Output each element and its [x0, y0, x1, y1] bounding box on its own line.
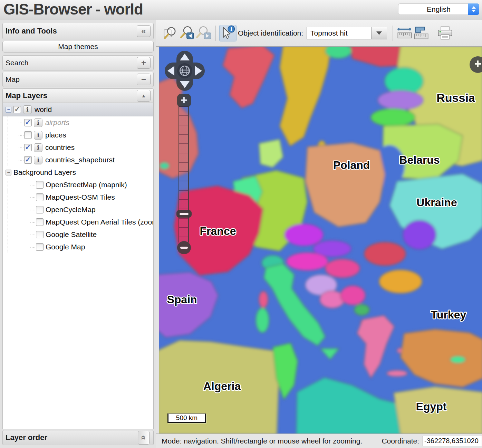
scale-bar-label: 500 km: [176, 414, 197, 422]
language-stepper-icon[interactable]: [468, 3, 479, 15]
layer-row-google-satellite[interactable]: Google Satellite: [3, 228, 153, 241]
map-layers-title: Map Layers: [6, 91, 47, 100]
zoom-in-button[interactable]: [177, 94, 191, 107]
object-identification-label: Object identification:: [238, 29, 303, 37]
collapse-map-layers-button[interactable]: [137, 90, 151, 102]
mapquest-aerial-checkbox[interactable]: [36, 218, 44, 226]
measure-length-icon: [397, 26, 413, 40]
country-label: Spain: [167, 293, 197, 306]
print-icon: [437, 26, 453, 41]
map-accordion[interactable]: Map: [2, 72, 154, 87]
opencyclemap-checkbox[interactable]: [36, 206, 44, 213]
search-label: Search: [6, 59, 29, 67]
collapse-map-button[interactable]: [137, 74, 151, 85]
measure-length-button[interactable]: [396, 25, 413, 41]
countries-checkbox[interactable]: [24, 144, 32, 151]
country-label: Algeria: [203, 380, 241, 392]
places-checkbox[interactable]: [24, 131, 32, 139]
collapse-group-icon[interactable]: [6, 107, 11, 113]
tree-guide: [8, 116, 8, 129]
map-layers-header[interactable]: Map Layers: [2, 88, 154, 103]
zoom-full-extent-icon: [163, 26, 178, 41]
zoom-out-button[interactable]: [177, 241, 191, 254]
coordinate-label: Coordinate:: [382, 437, 419, 445]
countries-shapeburst-checkbox[interactable]: [24, 156, 32, 164]
airports-info-icon[interactable]: [34, 118, 42, 127]
country-label: Russia: [436, 91, 475, 104]
layer-row-airports[interactable]: airports: [3, 116, 153, 129]
expand-layer-order-button[interactable]: [138, 431, 150, 445]
countries-info-icon[interactable]: [34, 143, 42, 152]
layer-row-google-map[interactable]: Google Map: [3, 241, 153, 253]
airports-checkbox[interactable]: [24, 119, 32, 126]
status-bar: Mode: navigation. Shift/rectangle or mou…: [156, 433, 482, 448]
identify-button[interactable]: i: [219, 25, 237, 41]
pan-right-icon[interactable]: [195, 66, 202, 76]
collapse-sidebar-button[interactable]: [137, 25, 151, 37]
map-svg: RussiaBelarusPolandUkraineFranceSpainTur…: [159, 47, 482, 433]
layer-row-opencyclemap[interactable]: OpenCycleMap: [3, 203, 153, 216]
zoom-full-extent-button[interactable]: [162, 25, 179, 41]
info-tools-title: Info and Tools: [6, 27, 57, 36]
zoom-next-icon: [196, 26, 211, 41]
expand-search-button[interactable]: [137, 57, 151, 69]
map-label: Map: [6, 75, 20, 84]
language-select[interactable]: English: [398, 3, 479, 15]
world-checkbox[interactable]: [13, 106, 21, 113]
globe-icon[interactable]: [177, 63, 192, 78]
layer-group-background[interactable]: Background Layers: [3, 166, 153, 179]
google-satellite-checkbox[interactable]: [36, 231, 44, 238]
map-canvas[interactable]: RussiaBelarusPolandUkraineFranceSpainTur…: [159, 47, 482, 433]
layer-group-world[interactable]: world: [3, 103, 153, 116]
layer-group-label: world: [35, 105, 52, 114]
map-themes-button[interactable]: Map themes: [2, 41, 154, 53]
layer-order-header[interactable]: Layer order: [2, 430, 154, 445]
layer-row-countries[interactable]: countries: [3, 141, 153, 154]
measure-area-button[interactable]: [413, 25, 430, 41]
zoom-slider-track[interactable]: [179, 106, 189, 242]
layer-group-label: Background Layers: [13, 168, 76, 177]
language-select-value: English: [427, 5, 451, 13]
search-accordion[interactable]: Search: [2, 55, 154, 70]
layer-row-places[interactable]: places: [3, 129, 153, 141]
layer-row-osm-mapnik[interactable]: OpenStreetMap (mapnik): [3, 179, 153, 191]
map-toolbar: i Object identification: Topmost hit: [156, 20, 482, 47]
toolbar-separator: [433, 26, 433, 41]
countries-shapeburst-info-icon[interactable]: [34, 156, 42, 164]
chevron-down-icon: [472, 10, 476, 12]
mode-text: Mode: navigation. Shift/rectangle or mou…: [162, 437, 362, 445]
layer-label: countries: [45, 143, 75, 152]
layer-label: OpenStreetMap (mapnik): [46, 181, 127, 189]
sidebar: Info and Tools Map themes Search Map Map…: [0, 20, 156, 448]
chevron-down-icon: [376, 31, 382, 35]
mapquest-osm-checkbox[interactable]: [36, 193, 44, 201]
layer-row-mapquest-osm[interactable]: MapQuest-OSM Tiles: [3, 191, 153, 203]
country-label: Belarus: [399, 154, 440, 166]
pan-left-icon[interactable]: [167, 66, 174, 76]
layer-row-countries-shapeburst[interactable]: countries_shapeburst: [3, 154, 153, 166]
world-info-icon[interactable]: [23, 105, 32, 114]
select-dropdown-button[interactable]: [371, 27, 387, 39]
identification-mode-select[interactable]: Topmost hit: [307, 27, 387, 39]
layer-row-mapquest-aerial[interactable]: MapQuest Open Aerial Tiles (zoom: [3, 216, 153, 228]
pan-down-icon[interactable]: [180, 81, 190, 88]
info-tools-header: Info and Tools: [2, 23, 154, 39]
toolbar-separator: [393, 26, 393, 41]
layer-label: airports: [45, 118, 69, 127]
zoom-slider-handle[interactable]: [176, 210, 192, 218]
zoom-next-button[interactable]: [195, 25, 212, 41]
zoom-previous-button[interactable]: [179, 25, 195, 41]
collapse-group-icon[interactable]: [6, 170, 11, 175]
app-header: GIS-Browser - world English: [0, 0, 482, 20]
page-title: GIS-Browser - world: [3, 1, 143, 18]
places-info-icon[interactable]: [34, 131, 42, 140]
coordinate-input[interactable]: [423, 436, 482, 446]
layer-order-title: Layer order: [6, 433, 47, 442]
pan-up-icon[interactable]: [180, 54, 190, 60]
print-button[interactable]: [437, 25, 453, 41]
google-map-checkbox[interactable]: [36, 243, 44, 251]
pan-control[interactable]: [165, 51, 205, 91]
country-label: France: [200, 225, 236, 237]
osm-mapnik-checkbox[interactable]: [36, 181, 44, 189]
toolbar-separator: [215, 26, 216, 41]
